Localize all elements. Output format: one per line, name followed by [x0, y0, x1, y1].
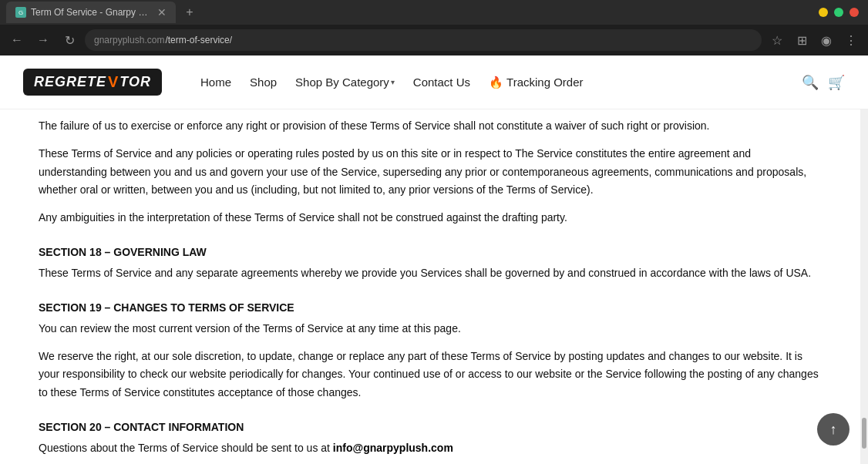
fire-icon: 🔥: [489, 76, 503, 89]
contact-email-link[interactable]: info@gnarpyplush.com: [333, 442, 453, 454]
url-protocol: gnarpyplush.com: [94, 35, 164, 45]
extensions-button[interactable]: ⊞: [791, 29, 812, 51]
paragraph-ambiguities: Any ambiguities in the interpretation of…: [39, 209, 822, 227]
tab-close-button[interactable]: ✕: [157, 6, 167, 18]
main-content: The failure of us to exercise or enforce…: [0, 109, 860, 464]
forward-button[interactable]: →: [32, 29, 54, 51]
section19-paragraph2: We reserve the right, at our sole discre…: [39, 348, 822, 402]
refresh-button[interactable]: ↻: [59, 29, 80, 51]
section19-paragraph1: You can review the most current version …: [39, 320, 822, 338]
url-path: /term-of-service/: [165, 35, 232, 45]
tab-favicon: G: [15, 7, 26, 18]
maximize-button[interactable]: [834, 8, 843, 17]
nav-icons: 🔍 🛒: [802, 74, 845, 91]
logo-text-right: TOR: [119, 74, 151, 90]
nav-tracking-order[interactable]: 🔥 Tracking Order: [481, 72, 590, 92]
logo-v: V: [108, 73, 118, 91]
section18-text: These Terms of Service and any separate …: [39, 264, 822, 283]
nav-shop-by-category[interactable]: Shop By Category ▾: [288, 72, 402, 92]
tab-title: Term Of Service - Gnarpy Plush: [31, 7, 153, 18]
nav-home[interactable]: Home: [193, 72, 239, 92]
scrollbar-thumb[interactable]: [862, 418, 866, 449]
nav-contact-us[interactable]: Contact Us: [405, 72, 478, 92]
minimize-button[interactable]: [819, 8, 828, 17]
profile-button[interactable]: ◉: [816, 29, 837, 51]
new-tab-button[interactable]: +: [179, 2, 200, 23]
bookmark-button[interactable]: ☆: [766, 29, 788, 51]
section18-heading: SECTION 18 – GOVERNING LAW: [39, 246, 822, 258]
navbar: REGRETE V TOR Home Shop Shop By Category…: [0, 55, 868, 109]
logo[interactable]: REGRETE V TOR: [23, 69, 162, 96]
back-to-top-button[interactable]: ↑: [817, 413, 849, 446]
paragraph-waiver: The failure of us to exercise or enforce…: [39, 117, 822, 136]
section20-text-before: Questions about the Terms of Service sho…: [39, 442, 330, 454]
browser-tab[interactable]: G Term Of Service - Gnarpy Plush ✕: [6, 2, 176, 23]
menu-button[interactable]: ⋮: [840, 29, 862, 51]
back-button[interactable]: ←: [6, 29, 28, 51]
paragraph-agreement: These Terms of Service and any policies …: [39, 145, 822, 200]
scrollbar-rail[interactable]: [860, 109, 868, 464]
close-button[interactable]: [849, 8, 859, 17]
section20-heading: SECTION 20 – CONTACT INFORMATION: [39, 421, 822, 433]
section20-contact: Questions about the Terms of Service sho…: [39, 439, 822, 458]
section19-heading: SECTION 19 – CHANGES TO TERMS OF SERVICE: [39, 301, 822, 314]
search-icon[interactable]: 🔍: [802, 74, 819, 91]
nav-shop[interactable]: Shop: [242, 72, 284, 92]
logo-text-left: REGRETE: [34, 74, 106, 90]
address-bar[interactable]: gnarpyplush.com /term-of-service/: [85, 29, 762, 51]
nav-links: Home Shop Shop By Category ▾ Contact Us …: [193, 72, 591, 92]
shop-by-category-arrow-icon: ▾: [391, 78, 395, 86]
cart-icon[interactable]: 🛒: [828, 74, 845, 91]
